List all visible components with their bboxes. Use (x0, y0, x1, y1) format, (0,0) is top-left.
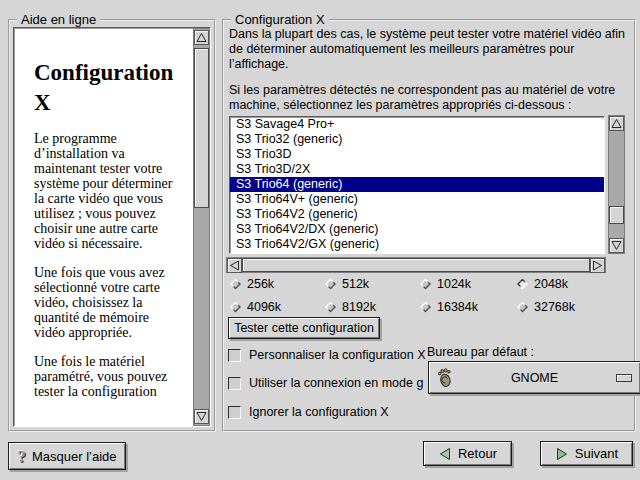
desktop-dropdown-value: GNOME (459, 371, 610, 385)
radio-diamond-icon (517, 279, 528, 290)
radio-2048k-selected[interactable]: 2048k (517, 277, 568, 291)
hscroll-thumb[interactable] (242, 258, 590, 272)
help-text-area: Configuration X Le programme d’installat… (13, 27, 211, 427)
xconfig-panel-title: Configuration X (231, 12, 329, 27)
list-item[interactable]: S3 Trio64V2/GX (generic) (230, 237, 604, 252)
help-scrollbar-thumb[interactable] (194, 48, 209, 208)
radio-32768k[interactable]: 32768k (517, 300, 575, 314)
radio-diamond-icon (230, 279, 241, 290)
radio-diamond-icon (325, 279, 336, 290)
radio-diamond-icon (517, 302, 528, 313)
checkbox-icon (228, 377, 241, 390)
default-desktop-label: Bureau par défaut : (427, 345, 534, 359)
list-item[interactable]: S3 Trio64V2/DX (generic) (230, 222, 604, 237)
gnome-foot-icon (437, 368, 453, 388)
radio-diamond-icon (420, 279, 431, 290)
scroll-up-icon[interactable] (194, 30, 209, 45)
radio-4096k[interactable]: 4096k (230, 300, 281, 314)
radio-256k[interactable]: 256k (230, 277, 274, 291)
intro-text: Dans la plupart des cas, le système peut… (229, 27, 632, 72)
list-item-selected[interactable]: S3 Trio64 (generic) (230, 177, 604, 192)
question-mark-icon: ? (17, 448, 26, 465)
radio-512k[interactable]: 512k (325, 277, 369, 291)
list-item[interactable]: S3 Trio64V2 (generic) (230, 207, 604, 222)
checkbox-customize-x[interactable]: Personnaliser la configuration X (228, 348, 426, 362)
help-panel: Aide en ligne Configuration X Le program… (8, 19, 216, 432)
test-configuration-button[interactable]: Tester cette configuration (228, 317, 380, 339)
list-item[interactable]: S3 Trio3D/2X (230, 162, 604, 177)
scroll-right-icon[interactable] (590, 258, 605, 273)
next-button[interactable]: Suivant (540, 441, 633, 466)
dropdown-indicator-icon (616, 374, 632, 382)
back-button[interactable]: Retour (423, 441, 512, 466)
checkbox-icon (228, 406, 241, 419)
checkbox-icon (228, 349, 241, 362)
list-scrollbar-vertical[interactable] (608, 115, 625, 254)
radio-diamond-icon (420, 302, 431, 313)
hide-help-button[interactable]: ? Masquer l’aide (8, 442, 126, 470)
prompt-text: Si les paramètres détectés ne correspond… (229, 83, 632, 113)
xconfig-panel: Configuration X Dans la plupart des cas,… (222, 19, 636, 432)
help-heading: Configuration X (34, 58, 194, 118)
help-scrollbar[interactable] (193, 28, 210, 426)
checkbox-skip-x-config[interactable]: Ignorer la configuration X (228, 405, 426, 419)
list-item[interactable]: S3 Savage4 Pro+ (230, 117, 604, 132)
radio-16384k[interactable]: 16384k (420, 300, 478, 314)
help-paragraph: Le programme d’installation va maintenan… (34, 131, 194, 251)
arrow-left-icon (438, 447, 452, 461)
scroll-down-icon[interactable] (609, 238, 624, 253)
radio-1024k[interactable]: 1024k (420, 277, 471, 291)
list-item[interactable]: S3 Trio64V+ (generic) (230, 192, 604, 207)
scroll-down-icon[interactable] (194, 409, 209, 424)
list-scrollbar-horizontal[interactable] (226, 257, 606, 273)
video-card-list[interactable]: S3 Savage4 Pro+ S3 Trio32 (generic) S3 T… (229, 116, 605, 254)
radio-8192k[interactable]: 8192k (325, 300, 376, 314)
scroll-up-icon[interactable] (609, 116, 624, 131)
arrow-right-icon (555, 447, 569, 461)
installer-window: Aide en ligne Configuration X Le program… (0, 0, 640, 480)
help-paragraph: Une fois le matériel paramétré, vous pou… (34, 354, 194, 399)
list-item[interactable]: S3 Trio32 (generic) (230, 132, 604, 147)
help-panel-title: Aide en ligne (17, 12, 100, 27)
help-content: Configuration X Le programme d’installat… (14, 28, 194, 426)
scroll-left-icon[interactable] (227, 258, 242, 273)
list-item[interactable]: S3 Trio3D (230, 147, 604, 162)
desktop-dropdown[interactable]: GNOME (428, 361, 640, 394)
help-paragraph: Une fois que vous avez sélectionné votre… (34, 265, 194, 340)
radio-diamond-icon (325, 302, 336, 313)
checkbox-graphical-login[interactable]: Utiliser la connexion en mode g (228, 376, 426, 390)
list-scrollbar-thumb[interactable] (609, 206, 624, 224)
radio-diamond-icon (230, 302, 241, 313)
